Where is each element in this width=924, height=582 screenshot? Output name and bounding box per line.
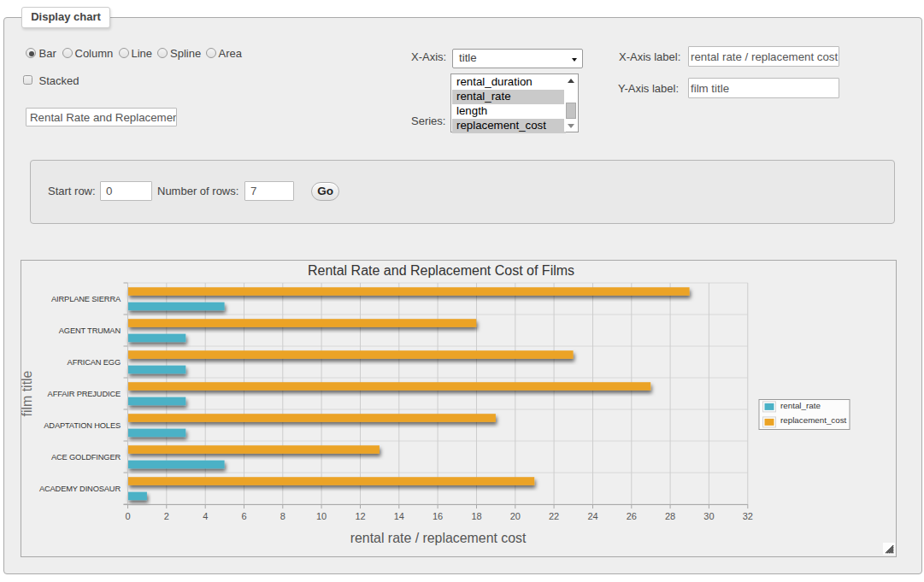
svg-text:20: 20 (510, 511, 521, 521)
svg-text:ADAPTATION HOLES: ADAPTATION HOLES (44, 421, 121, 430)
svg-text:2: 2 (164, 511, 169, 521)
svg-text:6: 6 (241, 511, 246, 521)
svg-text:rental_rate: rental_rate (780, 401, 821, 410)
svg-text:24: 24 (587, 511, 597, 521)
svg-text:ACE GOLDFINGER: ACE GOLDFINGER (51, 453, 121, 461)
svg-text:ACADEMY DINOSAUR: ACADEMY DINOSAUR (39, 485, 121, 493)
svg-text:26: 26 (627, 511, 637, 521)
svg-text:32: 32 (743, 511, 753, 521)
svg-text:18: 18 (471, 511, 481, 521)
svg-text:0: 0 (125, 511, 130, 521)
svg-text:AFFAIR PREJUDICE: AFFAIR PREJUDICE (48, 390, 121, 398)
svg-text:10: 10 (316, 511, 327, 521)
svg-text:30: 30 (703, 511, 714, 521)
svg-text:8: 8 (280, 511, 285, 521)
svg-text:AIRPLANE SIERRA: AIRPLANE SIERRA (51, 295, 121, 303)
svg-text:AGENT TRUMAN: AGENT TRUMAN (59, 326, 121, 335)
svg-text:16: 16 (433, 511, 443, 521)
svg-text:14: 14 (394, 511, 404, 521)
svg-text:Rental Rate and Replacement Co: Rental Rate and Replacement Cost of Film… (308, 263, 574, 278)
svg-text:replacement_cost: replacement_cost (780, 415, 847, 425)
svg-text:28: 28 (665, 511, 675, 521)
svg-text:rental rate / replacement cost: rental rate / replacement cost (350, 531, 527, 545)
svg-text:12: 12 (355, 511, 365, 521)
svg-text:22: 22 (549, 511, 559, 521)
svg-text:AFRICAN EGG: AFRICAN EGG (68, 358, 121, 367)
svg-text:film title: film title (21, 370, 34, 416)
svg-text:4: 4 (203, 511, 208, 521)
